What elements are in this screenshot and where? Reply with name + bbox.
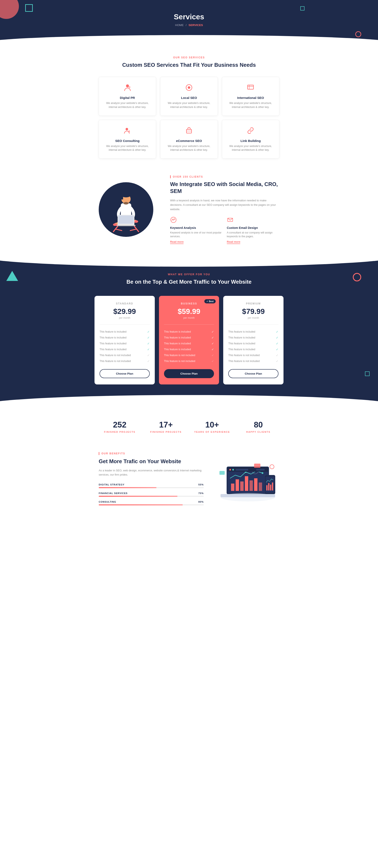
stat-item-0: 252 FINISHED PROJECTS [99,420,141,433]
feature-keyword: Keyword Analysis Keyword analysis is one… [170,216,223,244]
svg-rect-39 [235,469,248,470]
svg-point-17 [113,223,117,226]
svg-rect-46 [272,483,273,491]
x-icon: ✓ [212,353,214,357]
progress-bar-fill-financial [99,496,178,497]
svg-rect-49 [254,464,260,468]
local-seo-name: Local SEO [165,96,213,99]
link-building-name: Link Building [226,139,275,143]
ecommerce-desc: We analyze your website's structure, int… [165,144,213,152]
benefits-desc: As a leader in SEO, web design, ecommerc… [99,468,204,477]
progress-bar-fill-digital [99,487,156,488]
progress-label-digital: DIGITAL STRATEGY 55% [99,483,204,486]
feature-item: This feature is included✓ [228,346,279,352]
digital-pr-name: Digital PR [103,96,152,99]
pricing-card-standard: STANDARD $29.99 per month This feature i… [94,296,155,384]
email-read-more[interactable]: Read more [227,240,240,244]
feature-item: This feature is included✓ [99,335,150,341]
choose-plan-business[interactable]: Choose Plan [164,369,214,378]
svg-rect-27 [235,479,239,491]
stat-number-3: 80 [237,420,279,429]
service-card-ecommerce: eCommerce SEO We analyze your website's … [160,120,218,158]
progress-label-consulting: CONSULTING 80% [99,501,204,503]
integrate-content: OVER 150 CLIENTS We Integrate SEO with S… [170,175,279,244]
pricing-section-label: WHAT WE OFFER FOR YOU [4,273,374,276]
service-card-digital-pr: Digital PR We analyze your website's str… [99,77,156,116]
integrate-illustration [99,182,162,237]
decorative-square-mid [300,6,305,10]
svg-rect-15 [121,195,123,199]
decorative-circle-br [355,31,361,37]
stat-item-2: 10+ YEARS OF EXPERIENCE [191,420,233,433]
pricing-section: WHAT WE OFFER FOR YOU Be on the Top & Ge… [0,256,378,405]
svg-rect-20 [118,215,134,224]
intl-seo-name: International SEO [226,96,275,99]
x-icon: ✓ [212,360,214,363]
pricing-card-business: ✓ Best BUSINESS $59.99 per month This fe… [159,296,219,384]
service-card-link-building: Link Building We analyze your website's … [222,120,279,158]
choose-plan-premium[interactable]: Choose Plan [228,369,279,378]
benefits-section: OUR BENEFITS Get More Trafic on Your Web… [94,448,284,524]
feature-item: This feature is not included✓ [99,352,150,358]
progress-consulting: CONSULTING 80% [99,501,204,505]
breadcrumb-home[interactable]: HOME [175,24,184,27]
email-icon [227,216,279,224]
wave-top [0,256,378,267]
svg-rect-45 [270,485,271,491]
stat-item-3: 80 HAPPY CLIENTS [237,420,279,433]
check-icon: ✓ [147,342,150,345]
progress-bar-bg-consulting [99,504,204,505]
progress-label-financial: FINANCIAL SERVICES 75% [99,492,204,494]
integrate-desc: With a keyword analysis in hand, we now … [170,198,279,211]
keyword-desc: Keyword analysis is one of our most popu… [170,231,223,239]
svg-point-3 [188,86,190,89]
check-icon: ✓ [147,336,150,339]
plan-price-standard: $29.99 [99,307,150,316]
ecommerce-name: eCommerce SEO [165,139,213,143]
check-icon: ✓ [276,336,279,339]
integrate-title: We Integrate SEO with Social Media, CRO,… [170,181,279,195]
feature-item: This feature is included✓ [164,341,214,346]
x-icon: ✓ [276,353,279,357]
seo-section-title: Custom SEO Services That Fit Your Busine… [99,62,279,68]
best-check-icon: ✓ [207,300,208,303]
integrate-section: OVER 150 CLIENTS We Integrate SEO with S… [94,167,284,256]
choose-plan-standard[interactable]: Choose Plan [99,369,150,378]
stat-label-3: HAPPY CLIENTS [237,431,279,433]
svg-point-34 [262,472,263,474]
svg-point-0 [126,84,129,87]
feature-item: This feature is included✓ [99,346,150,352]
service-card-intl-seo: International SEO We analyze your websit… [222,77,279,116]
feature-list-standard: This feature is included✓ This feature i… [99,329,150,364]
check-icon: ✓ [147,330,150,334]
link-building-icon [226,126,275,136]
feature-list-business: This feature is included✓ This feature i… [164,329,214,364]
digital-pr-icon [103,83,152,93]
progress-financial: FINANCIAL SERVICES 75% [99,492,204,497]
email-name: Custom Email Design [227,226,279,229]
keyword-icon [170,216,223,224]
illus-circle [99,182,153,237]
svg-point-51 [270,465,274,469]
svg-point-7 [126,128,128,130]
plan-name-standard: STANDARD [99,302,150,305]
svg-rect-40 [256,469,264,470]
feature-list-premium: This feature is included✓ This feature i… [228,329,279,364]
svg-point-18 [134,220,138,223]
clients-label: OVER 150 CLIENTS [170,175,279,178]
feature-item: This feature is included✓ [164,346,214,352]
keyword-read-more[interactable]: Read more [170,240,184,244]
check-icon: ✓ [276,342,279,345]
plan-period-standard: per month [99,316,150,319]
seo-services-section: OUR SEO SERVICES Custom SEO Services Tha… [94,43,284,167]
stat-label-2: YEARS OF EXPERIENCE [191,431,233,433]
plan-period-business: per month [164,316,214,319]
breadcrumb-separator: / [186,24,187,27]
svg-rect-31 [254,478,257,491]
wave-bottom [0,395,378,405]
check-icon: ✓ [147,348,150,351]
seo-section-label: OUR SEO SERVICES [99,56,279,59]
svg-point-16 [124,202,128,205]
plan-name-premium: PREMIUM [228,302,279,305]
pricing-grid: STANDARD $29.99 per month This feature i… [94,296,284,384]
